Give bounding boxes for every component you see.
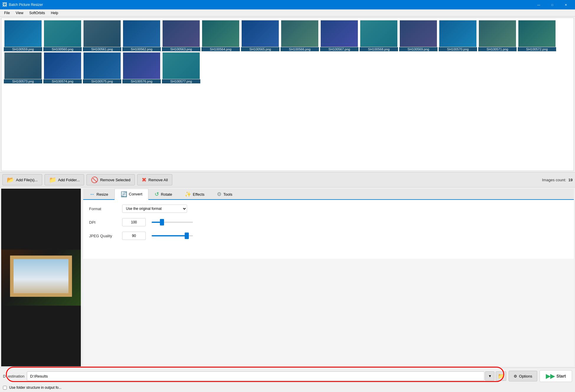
image-label-7: SH100566.png (281, 47, 319, 51)
tools-tab-icon: ⚙ (217, 191, 222, 197)
image-thumb-8 (321, 20, 358, 47)
image-item-14[interactable]: SH100573.png (4, 52, 42, 83)
image-overlay-5 (202, 20, 239, 47)
image-overlay-9 (360, 20, 397, 47)
image-thumb-11 (439, 20, 476, 47)
settings-panel: ↔ Resize 🔄 Convert ↺ Rotate ✨ Effects ⚙ (83, 189, 574, 366)
image-label-3: SH100562.png (122, 47, 161, 51)
format-row: Format Use the original formatJPEGPNGBMP… (89, 205, 568, 213)
image-thumb-3 (123, 20, 160, 47)
minimize-button[interactable]: — (532, 0, 545, 9)
image-label-9: SH100568.png (360, 47, 398, 51)
rotate-tab-icon: ↺ (155, 191, 159, 197)
image-item-15[interactable]: SH100574.png (43, 52, 82, 83)
image-label-14: SH100573.png (4, 79, 42, 83)
image-overlay-12 (479, 20, 516, 47)
menu-softorbits[interactable]: SoftOrbits (26, 10, 48, 16)
destination-dropdown-button[interactable]: ▼ (485, 371, 494, 381)
dest-input-row: ▼ 📁 (27, 371, 506, 381)
image-overlay-1 (44, 20, 81, 47)
image-item-4[interactable]: SH100563.png (162, 20, 200, 51)
image-thumb-7 (281, 20, 318, 47)
image-grid-container[interactable]: SH100559.png SH100560.png SH100561.png S… (1, 18, 574, 171)
image-thumb-9 (360, 20, 397, 47)
image-overlay-18 (163, 52, 200, 79)
jpeg-quality-row: JPEG Quality (89, 232, 568, 240)
image-overlay-13 (518, 20, 556, 47)
dpi-row: DPI (89, 218, 568, 226)
image-label-0: SH100559.png (4, 47, 42, 51)
image-thumb-14 (4, 52, 42, 79)
image-item-7[interactable]: SH100566.png (281, 20, 319, 51)
options-button[interactable]: ⚙ Options (509, 371, 537, 381)
bottom-panel: ↔ Resize 🔄 Convert ↺ Rotate ✨ Effects ⚙ (0, 187, 575, 368)
image-item-3[interactable]: SH100562.png (122, 20, 161, 51)
image-label-17: SH100576.png (122, 79, 161, 83)
image-label-18: SH100577.png (162, 79, 200, 83)
tab-bar: ↔ Resize 🔄 Convert ↺ Rotate ✨ Effects ⚙ (83, 189, 574, 200)
destination-browse-button[interactable]: 📁 (496, 371, 506, 381)
image-thumb-16 (83, 52, 121, 79)
image-label-15: SH100574.png (43, 79, 82, 83)
format-select[interactable]: Use the original formatJPEGPNGBMPTIFFGIF… (122, 205, 187, 213)
image-grid: SH100559.png SH100560.png SH100561.png S… (1, 18, 574, 86)
remove-selected-button[interactable]: 🚫 Remove Selected (86, 174, 135, 185)
image-item-6[interactable]: SH100565.png (241, 20, 279, 51)
image-item-13[interactable]: SH100572.png (518, 20, 556, 51)
maximize-button[interactable]: □ (545, 0, 559, 9)
add-folder-button[interactable]: 📁 Add Folder... (45, 174, 84, 185)
image-item-2[interactable]: SH100561.png (83, 20, 121, 51)
image-item-5[interactable]: SH100564.png (202, 20, 240, 51)
tab-convert[interactable]: 🔄 Convert (114, 189, 149, 200)
image-overlay-11 (439, 20, 476, 47)
menu-help[interactable]: Help (48, 10, 61, 16)
tab-rotate[interactable]: ↺ Rotate (148, 189, 178, 200)
image-item-0[interactable]: SH100559.png (4, 20, 42, 51)
menu-file[interactable]: File (1, 10, 13, 16)
image-item-11[interactable]: SH100570.png (439, 20, 477, 51)
image-thumb-4 (163, 20, 200, 47)
tab-effects[interactable]: ✨ Effects (178, 189, 211, 200)
folder-structure-checkbox[interactable] (3, 386, 7, 390)
close-button[interactable]: ✕ (559, 0, 573, 9)
folder-structure-label: Use folder structure in output fo... (9, 386, 61, 390)
tab-tools[interactable]: ⚙ Tools (211, 189, 238, 200)
image-label-11: SH100570.png (439, 47, 477, 51)
start-button[interactable]: ▶▶ Start (540, 370, 572, 382)
image-overlay-8 (321, 20, 358, 47)
image-item-17[interactable]: SH100576.png (122, 52, 161, 83)
image-item-16[interactable]: SH100575.png (83, 52, 121, 83)
image-overlay-14 (4, 52, 42, 79)
toolbar: 📂 Add File(s)... 📁 Add Folder... 🚫 Remov… (0, 172, 575, 187)
start-icon: ▶▶ (546, 373, 555, 380)
image-thumb-10 (400, 20, 437, 47)
dpi-slider-track[interactable] (152, 222, 193, 223)
remove-selected-icon: 🚫 (91, 176, 98, 183)
jpeg-slider-track[interactable] (152, 235, 193, 236)
remove-all-button[interactable]: ✖ Remove All (137, 174, 172, 185)
image-overlay-16 (83, 52, 121, 79)
destination-label: D (3, 374, 6, 378)
image-item-8[interactable]: SH100567.png (320, 20, 358, 51)
image-label-10: SH100569.png (399, 47, 438, 51)
add-folder-icon: 📁 (49, 176, 56, 183)
image-item-1[interactable]: SH100560.png (43, 20, 82, 51)
preview-window-frame (10, 256, 72, 297)
dpi-input[interactable] (122, 218, 146, 226)
tab-resize[interactable]: ↔ Resize (83, 189, 114, 200)
menu-view[interactable]: View (13, 10, 26, 16)
image-item-10[interactable]: SH100569.png (399, 20, 438, 51)
image-item-12[interactable]: SH100571.png (478, 20, 517, 51)
jpeg-slider-thumb[interactable] (185, 233, 189, 239)
add-files-button[interactable]: 📂 Add File(s)... (2, 174, 42, 185)
image-item-18[interactable]: SH100577.png (162, 52, 200, 83)
image-thumb-6 (242, 20, 279, 47)
image-thumb-15 (44, 52, 81, 79)
dpi-slider-thumb[interactable] (160, 219, 164, 225)
image-item-9[interactable]: SH100568.png (360, 20, 398, 51)
image-thumb-2 (83, 20, 121, 47)
resize-tab-icon: ↔ (89, 191, 95, 197)
image-label-5: SH100564.png (202, 47, 240, 51)
jpeg-quality-input[interactable] (122, 232, 146, 240)
destination-input[interactable] (27, 371, 484, 381)
